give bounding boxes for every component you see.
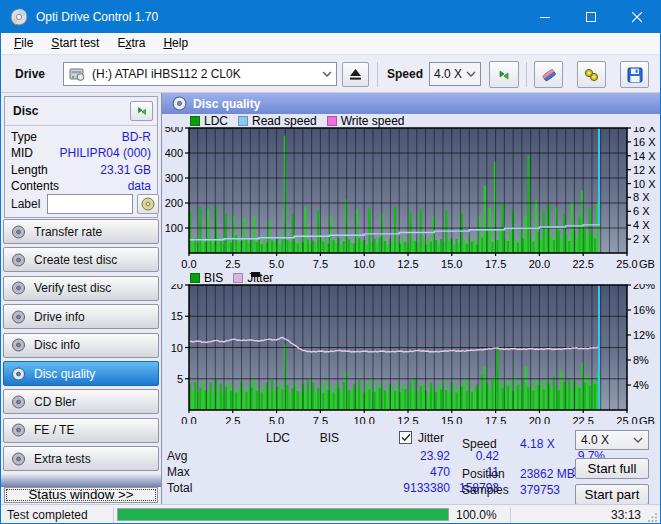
disc-icon — [11, 338, 26, 352]
sidebar-item-create-test-disc[interactable]: Create test disc — [3, 247, 159, 272]
scan-speed-select[interactable]: 4.0 X — [575, 430, 649, 450]
start-part-button[interactable]: Start part — [575, 484, 649, 505]
sidebar-item-drive-info[interactable]: Drive info — [3, 304, 159, 329]
position-stat-value: 23862 MB — [520, 467, 575, 481]
toolbar-separator — [377, 62, 378, 87]
start-full-button[interactable]: Start full — [575, 458, 649, 479]
speed-stat-label: Speed — [462, 437, 497, 451]
legend-entry-write-speed: Write speed — [327, 114, 405, 128]
chevron-down-icon — [633, 437, 643, 443]
status-bar: Test completed 100.0% 33:13 — [1, 504, 660, 524]
legend-label: Read speed — [252, 114, 317, 128]
disc-row-label: Length — [11, 163, 48, 177]
status-text: Test completed — [7, 508, 88, 522]
refresh-icon — [135, 104, 149, 118]
save-icon — [627, 67, 643, 83]
refresh-speeds-button[interactable] — [489, 61, 519, 88]
sidebar-item-disc-info[interactable]: Disc info — [3, 333, 159, 358]
eraser-icon — [540, 67, 558, 83]
svg-text:18 X: 18 X — [633, 127, 656, 134]
sidebar-item-label: Verify test disc — [34, 281, 111, 295]
svg-text:17.5: 17.5 — [485, 258, 506, 270]
disc-icon — [11, 253, 26, 267]
svg-text:6 X: 6 X — [633, 205, 650, 217]
svg-text:5: 5 — [177, 373, 183, 385]
svg-text:17.5: 17.5 — [485, 415, 506, 424]
minimize-button[interactable] — [522, 1, 568, 33]
disc-icon — [11, 281, 26, 295]
speed-value: 4.0 X — [434, 67, 462, 81]
toolbar-separator — [526, 62, 527, 87]
svg-text:2.5: 2.5 — [225, 258, 240, 270]
samples-stat-value: 379753 — [520, 483, 560, 497]
drive-select[interactable]: (H:) ATAPI iHBS112 2 CL0K — [63, 62, 337, 86]
legend-entry-bis: BIS — [190, 271, 223, 285]
disc-row-label: MID — [11, 146, 33, 160]
svg-text:12 X: 12 X — [633, 164, 656, 176]
sidebar-item-label: Transfer rate — [34, 225, 102, 239]
speed-select[interactable]: 4.0 X — [429, 62, 481, 86]
status-window-button[interactable]: Status window >> — [4, 487, 158, 503]
menu-file[interactable]: File — [5, 33, 42, 55]
sidebar-item-label: CD Bler — [34, 395, 76, 409]
erase-disc-button[interactable] — [534, 61, 563, 88]
disc-row-value: data — [128, 179, 151, 193]
samples-stat-label: Samples — [462, 483, 509, 497]
sidebar-item-extra-tests[interactable]: Extra tests — [3, 446, 159, 471]
stats-panel: LDC BIS Jitter Avg Max Total 23.92 470 9… — [162, 425, 661, 504]
svg-text:500: 500 — [165, 127, 183, 134]
position-stat-label: Position — [462, 467, 505, 481]
disc-box-title: Disc — [13, 104, 38, 118]
sidebar-item-label: FE / TE — [34, 423, 74, 437]
disc-row-label: Type — [11, 130, 37, 144]
svg-text:10 X: 10 X — [633, 178, 656, 190]
svg-text:4%: 4% — [633, 379, 649, 391]
legend-label: Write speed — [341, 114, 405, 128]
disc-icon — [11, 225, 26, 239]
chart-canvas: 51015204%8%12%16%20%0.02.55.07.510.012.5… — [162, 284, 661, 424]
sidebar-item-label: Drive info — [34, 310, 85, 324]
resize-grip[interactable] — [648, 512, 658, 522]
menu-extra[interactable]: Extra — [108, 33, 154, 55]
svg-text:20: 20 — [171, 284, 183, 291]
legend-swatch — [327, 116, 337, 126]
row-label-total: Total — [167, 481, 192, 495]
avg-ldc: 23.92 — [420, 449, 450, 463]
sidebar-item-disc-quality[interactable]: Disc quality — [3, 361, 159, 386]
main-panel: Disc quality LDCRead speedWrite speed100… — [161, 93, 661, 504]
save-results-button[interactable] — [620, 61, 649, 88]
close-button[interactable] — [614, 1, 660, 33]
menu-start-test[interactable]: Start test — [42, 33, 108, 55]
svg-text:100: 100 — [165, 222, 183, 234]
label-field-caption: Label — [11, 197, 40, 211]
sidebar-item-transfer-rate[interactable]: Transfer rate — [3, 219, 159, 244]
svg-text:7.5: 7.5 — [313, 258, 328, 270]
svg-text:25.0: 25.0 — [616, 258, 637, 270]
progress-bar — [117, 508, 449, 521]
svg-text:20.0: 20.0 — [529, 258, 550, 270]
sidebar-item-fe-te[interactable]: FE / TE — [3, 418, 159, 443]
write-label-button[interactable] — [137, 194, 159, 214]
app-disc-icon — [10, 8, 28, 26]
label-input[interactable] — [47, 194, 133, 214]
search-drives-button[interactable] — [577, 61, 606, 88]
svg-text:12.5: 12.5 — [397, 258, 418, 270]
svg-text:12%: 12% — [633, 329, 655, 341]
left-panel: Disc TypeBD-RMIDPHILIPR04 (000)Length23.… — [1, 93, 161, 504]
sidebar-item-cd-bler[interactable]: CD Bler — [3, 389, 159, 414]
svg-text:2 X: 2 X — [633, 233, 650, 245]
jitter-checkbox[interactable] — [399, 431, 412, 444]
disc-icon — [11, 310, 26, 324]
eject-button[interactable] — [342, 62, 369, 87]
maximize-button[interactable] — [568, 1, 614, 33]
title-bar: Opti Drive Control 1.70 — [1, 1, 660, 33]
sidebar-item-label: Create test disc — [34, 253, 117, 267]
disc-icon — [11, 395, 26, 409]
window-title: Opti Drive Control 1.70 — [36, 10, 158, 24]
svg-text:20%: 20% — [633, 284, 655, 291]
binoculars-icon — [583, 67, 600, 83]
refresh-disc-button[interactable] — [130, 101, 153, 121]
svg-text:10.0: 10.0 — [353, 258, 374, 270]
menu-help[interactable]: Help — [154, 33, 197, 55]
sidebar-item-verify-test-disc[interactable]: Verify test disc — [3, 276, 159, 301]
